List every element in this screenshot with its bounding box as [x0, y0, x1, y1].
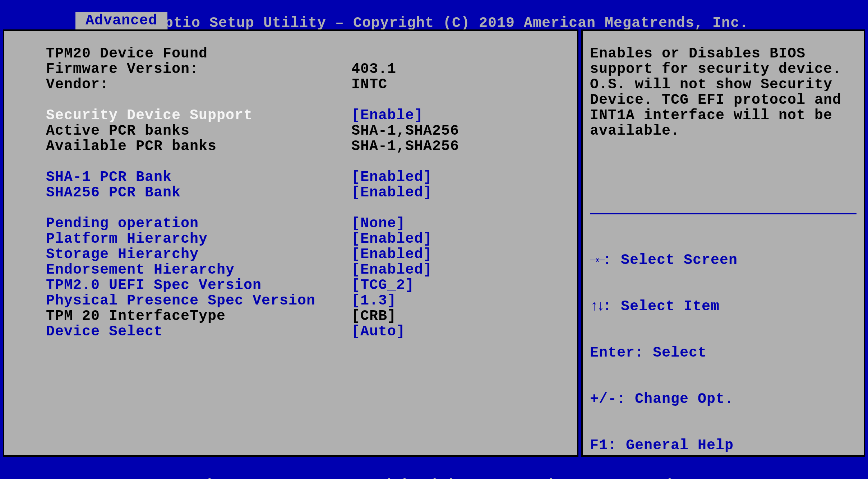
option-label: SHA-1 PCR Bank: [46, 169, 351, 185]
main-panel: TPM20 Device Found Firmware Version: 403…: [3, 29, 578, 457]
readonly-value: SHA-1,SHA256: [351, 139, 459, 154]
info-label: Firmware Version:: [46, 61, 351, 77]
option-row[interactable]: Pending operation [None]: [46, 216, 566, 231]
option-label: Pending operation: [46, 216, 351, 231]
nav-legend: →←: Select Screen ↑↓: Select Item Enter:…: [590, 222, 857, 479]
side-panel: Enables or Disables BIOS support for sec…: [581, 29, 865, 457]
option-value: [TCG_2]: [351, 278, 414, 293]
option-value: [Enable]: [351, 108, 423, 123]
readonly-label: Available PCR banks: [46, 139, 351, 154]
option-value: [Enabled]: [351, 262, 432, 278]
option-row[interactable]: Platform Hierarchy [Enabled]: [46, 231, 566, 247]
option-row-selected[interactable]: Security Device Support [Enable]: [46, 108, 566, 123]
option-label: TPM2.0 UEFI Spec Version: [46, 278, 351, 293]
option-label: Platform Hierarchy: [46, 231, 351, 247]
blank-row: [46, 200, 566, 216]
legend-select-item: ↑↓: Select Item: [590, 299, 857, 314]
option-row[interactable]: Device Select [Auto]: [46, 324, 566, 339]
option-label: SHA256 PCR Bank: [46, 185, 351, 200]
option-row[interactable]: SHA-1 PCR Bank [Enabled]: [46, 169, 566, 185]
legend-select-screen: →←: Select Screen: [590, 252, 857, 268]
option-value: [Enabled]: [351, 247, 432, 262]
option-label: Physical Presence Spec Version: [46, 293, 351, 308]
option-value: [Enabled]: [351, 185, 432, 200]
info-value: INTC: [351, 77, 387, 92]
legend-enter: Enter: Select: [590, 345, 857, 361]
readonly-row: Active PCR banks SHA-1,SHA256: [46, 123, 566, 139]
option-label: Storage Hierarchy: [46, 247, 351, 262]
side-spacer: [590, 139, 857, 210]
info-value: 403.1: [351, 61, 396, 77]
title-bar: Aptio Setup Utility – Copyright (C) 2019…: [0, 0, 868, 12]
footer-bar: Version 2.20.1271. Copyright (C) 2019 Am…: [0, 460, 868, 479]
side-divider: [590, 213, 857, 214]
body-area: TPM20 Device Found Firmware Version: 403…: [3, 29, 865, 457]
readonly-value: [CRB]: [351, 308, 396, 324]
info-label: Vendor:: [46, 77, 351, 92]
readonly-row: TPM 20 InterfaceType [CRB]: [46, 308, 566, 324]
option-label: Device Select: [46, 324, 351, 339]
readonly-row: Available PCR banks SHA-1,SHA256: [46, 139, 566, 154]
title-text: Aptio Setup Utility – Copyright (C) 2019…: [156, 15, 748, 31]
info-label: TPM20 Device Found: [46, 46, 351, 61]
help-text: Enables or Disables BIOS support for sec…: [590, 46, 857, 139]
legend-text: : Select Screen: [603, 252, 738, 268]
arrows-lr-icon: →←: [590, 252, 603, 268]
legend-f1: F1: General Help: [590, 438, 857, 453]
arrows-ud-icon: ↑↓: [590, 298, 603, 315]
info-row: Firmware Version: 403.1: [46, 61, 566, 77]
info-row: Vendor: INTC: [46, 77, 566, 92]
option-value: [1.3]: [351, 293, 396, 308]
readonly-label: Active PCR banks: [46, 123, 351, 139]
option-label: Endorsement Hierarchy: [46, 262, 351, 278]
option-row[interactable]: SHA256 PCR Bank [Enabled]: [46, 185, 566, 200]
option-row[interactable]: Endorsement Hierarchy [Enabled]: [46, 262, 566, 278]
bios-screen: Aptio Setup Utility – Copyright (C) 2019…: [0, 0, 868, 479]
tab-advanced[interactable]: Advanced: [75, 12, 167, 30]
option-value: [Auto]: [351, 324, 405, 339]
footer-text: Version 2.20.1271. Copyright (C) 2019 Am…: [169, 477, 735, 479]
option-label: Security Device Support: [46, 108, 351, 123]
legend-text: : Select Item: [603, 298, 720, 315]
option-value: [Enabled]: [351, 169, 432, 185]
option-row[interactable]: Physical Presence Spec Version [1.3]: [46, 293, 566, 308]
option-value: [None]: [351, 216, 405, 231]
blank-row: [46, 154, 566, 169]
readonly-value: SHA-1,SHA256: [351, 123, 459, 139]
readonly-label: TPM 20 InterfaceType: [46, 308, 351, 324]
blank-row: [46, 92, 566, 108]
info-row: TPM20 Device Found: [46, 46, 566, 61]
option-row[interactable]: Storage Hierarchy [Enabled]: [46, 247, 566, 262]
option-value: [Enabled]: [351, 231, 432, 247]
legend-change-opt: +/-: Change Opt.: [590, 391, 857, 407]
option-row[interactable]: TPM2.0 UEFI Spec Version [TCG_2]: [46, 278, 566, 293]
